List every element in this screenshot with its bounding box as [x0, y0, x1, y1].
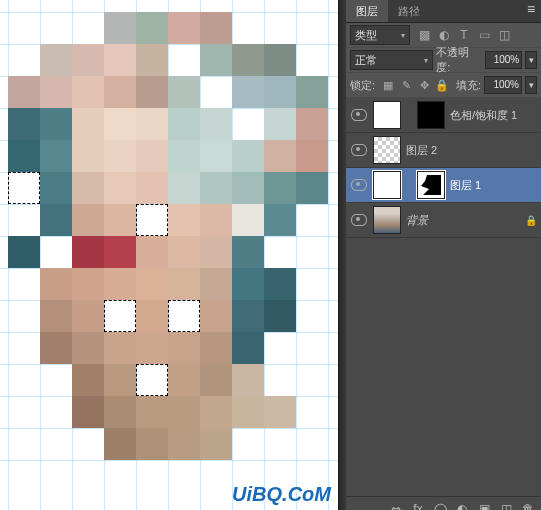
layer-style-icon[interactable]: fx [411, 502, 425, 510]
filter-type-icon[interactable]: T [457, 28, 471, 42]
lock-pixels-icon[interactable]: ✎ [399, 79, 413, 92]
blend-mode-dropdown[interactable]: 正常 ▾ [350, 50, 433, 70]
kind-dropdown[interactable]: 类型 ▾ [350, 25, 410, 45]
visibility-toggle[interactable] [350, 211, 368, 229]
layer-1[interactable]: 图层 1 [346, 168, 541, 203]
lock-label: 锁定: [350, 78, 375, 93]
layer-thumb[interactable] [373, 206, 401, 234]
layer-name-label[interactable]: 图层 1 [450, 178, 537, 193]
chevron-down-icon: ▾ [424, 56, 428, 65]
layer-name-label[interactable]: 背景 [406, 213, 520, 228]
layer-mask-icon[interactable]: ◯ [433, 502, 447, 510]
panel-bottom-bar: ⇔ fx ◯ ◐ ▣ ◫ 🗑 [346, 496, 541, 510]
opacity-label: 不透明度: [436, 45, 482, 75]
layer-background[interactable]: 背景 🔒 [346, 203, 541, 238]
canvas[interactable] [0, 0, 338, 510]
lock-transparent-icon[interactable]: ▦ [381, 79, 395, 92]
tab-layers[interactable]: 图层 [346, 0, 388, 22]
opacity-input[interactable]: 100% [485, 51, 522, 69]
chevron-down-icon: ▾ [401, 31, 405, 40]
visibility-toggle[interactable] [350, 176, 368, 194]
layer-2[interactable]: 图层 2 [346, 133, 541, 168]
lock-row: 锁定: ▦ ✎ ✥ 🔒 填充: 100% ▾ [346, 73, 541, 98]
new-layer-icon[interactable]: ◫ [499, 502, 513, 510]
blend-row: 正常 ▾ 不透明度: 100% ▾ [346, 48, 541, 73]
mosaic-artwork [8, 12, 322, 452]
adjustment-thumb[interactable] [417, 101, 445, 129]
filter-shape-icon[interactable]: ▭ [477, 28, 491, 42]
lock-position-icon[interactable]: ✥ [417, 79, 431, 92]
layer-thumb[interactable] [373, 136, 401, 164]
lock-icon: 🔒 [525, 215, 537, 226]
mask-thumb[interactable] [417, 171, 445, 199]
eye-icon [351, 214, 367, 226]
kind-label: 类型 [355, 28, 377, 43]
panel-tabs: 图层 路径 ≡ [346, 0, 541, 23]
layer-name-label[interactable]: 色相/饱和度 1 [450, 108, 537, 123]
tab-paths[interactable]: 路径 [388, 0, 430, 22]
layer-hue-saturation[interactable]: 色相/饱和度 1 [346, 98, 541, 133]
lock-all-icon[interactable]: 🔒 [435, 79, 449, 92]
visibility-toggle[interactable] [350, 141, 368, 159]
group-icon[interactable]: ▣ [477, 502, 491, 510]
layer-list: 色相/饱和度 1 图层 2 图层 1 背景 🔒 [346, 98, 541, 496]
eye-icon [351, 144, 367, 156]
mask-thumb[interactable] [373, 101, 401, 129]
eye-icon [351, 109, 367, 121]
layer-name-label[interactable]: 图层 2 [406, 143, 537, 158]
adjustment-layer-icon[interactable]: ◐ [455, 502, 469, 510]
delete-layer-icon[interactable]: 🗑 [521, 502, 535, 510]
layers-panel: ◄◄ 图层 路径 ≡ 类型 ▾ ▩ ◐ T ▭ ◫ 正常 ▾ 不透明度: 100… [346, 0, 541, 510]
fill-input[interactable]: 100% [484, 76, 522, 94]
eye-icon [351, 179, 367, 191]
fill-menu-icon[interactable]: ▾ [525, 76, 537, 94]
filter-smart-icon[interactable]: ◫ [497, 28, 511, 42]
blend-mode-label: 正常 [355, 53, 377, 68]
link-layers-icon[interactable]: ⇔ [389, 502, 403, 510]
opacity-menu-icon[interactable]: ▾ [525, 51, 537, 69]
fill-label: 填充: [456, 78, 481, 93]
visibility-toggle[interactable] [350, 106, 368, 124]
panel-menu-icon[interactable]: ≡ [523, 2, 539, 18]
filter-pixel-icon[interactable]: ▩ [417, 28, 431, 42]
layer-thumb[interactable] [373, 171, 401, 199]
watermark: UiBQ.CoM [232, 483, 331, 506]
filter-adjust-icon[interactable]: ◐ [437, 28, 451, 42]
